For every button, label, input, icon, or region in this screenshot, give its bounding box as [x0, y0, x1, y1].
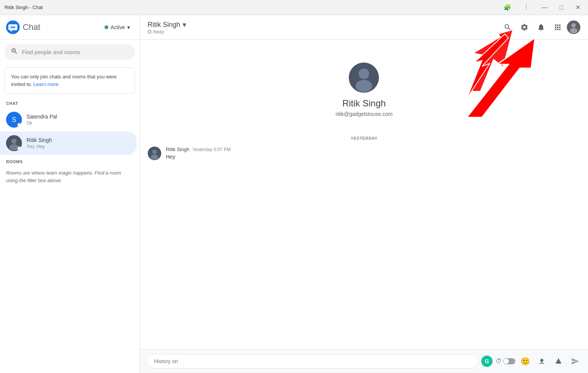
logo-area: Chat: [6, 20, 40, 34]
contact-profile-name: Ritik Singh: [342, 98, 386, 109]
extensions-button[interactable]: 🧩: [501, 2, 514, 12]
message-input[interactable]: [146, 354, 478, 368]
svg-point-2: [12, 27, 14, 28]
chat-item-satendra[interactable]: S Satendra Pal Ok: [0, 108, 137, 131]
dropdown-arrow-icon[interactable]: ▾: [182, 20, 186, 29]
svg-point-23: [359, 69, 369, 79]
chat-item-ritik[interactable]: Ritik Singh You: Hey: [0, 131, 137, 155]
chat-preview-satendra: Ok: [27, 120, 131, 126]
status-dot: [104, 25, 108, 29]
apps-button[interactable]: [550, 20, 565, 35]
avatar-satendra: S: [6, 112, 22, 128]
svg-rect-13: [555, 29, 557, 30]
status-indicator-satendra: [17, 123, 22, 127]
maximize-button[interactable]: □: [557, 2, 566, 12]
logo-text: Chat: [23, 22, 40, 32]
search-bar[interactable]: Find people and rooms: [5, 44, 135, 60]
settings-button[interactable]: [517, 20, 532, 35]
date-separator: YESTERDAY: [148, 136, 580, 140]
svg-point-26: [152, 150, 157, 154]
app-container: Chat Active ▾ Find people and rooms You …: [0, 15, 588, 373]
svg-rect-10: [555, 27, 557, 28]
chat-name-ritik: Ritik Singh: [27, 137, 131, 143]
chat-preview-ritik: You: Hey: [27, 144, 131, 149]
away-status-indicator: [148, 30, 151, 34]
search-messages-button[interactable]: [500, 20, 515, 35]
svg-rect-14: [557, 29, 558, 30]
message-content: Ritik Singh Yesterday 5:07 PM Hey: [166, 147, 580, 160]
chat-header-status: Away: [153, 29, 164, 34]
message-sender: Ritik Singh: [166, 147, 189, 152]
svg-rect-12: [559, 27, 561, 28]
message-meta: Ritik Singh Yesterday 5:07 PM: [166, 147, 580, 152]
svg-rect-15: [559, 29, 561, 30]
close-button[interactable]: ✕: [572, 2, 583, 12]
chat-header-left: Ritik Singh ▾ Away: [148, 20, 186, 34]
svg-rect-11: [557, 27, 558, 28]
avatar-ritik: [6, 135, 22, 151]
chat-logo-icon: [6, 20, 20, 34]
sidebar-header: Chat Active ▾: [0, 15, 140, 40]
user-avatar-header[interactable]: [567, 20, 580, 34]
search-people-icon: [11, 47, 18, 57]
message-text: Hey: [166, 154, 580, 160]
svg-rect-9: [559, 25, 561, 26]
minimize-button[interactable]: —: [538, 2, 551, 12]
svg-point-27: [151, 155, 158, 160]
rooms-section-label: ROOMS: [0, 155, 140, 166]
search-placeholder-text: Find people and rooms: [22, 49, 80, 55]
contact-avatar: [349, 62, 379, 93]
grammarly-button[interactable]: G: [481, 356, 493, 367]
titlebar-controls: 🧩 ⋮ — □ ✕: [501, 2, 583, 12]
chat-header-info: Ritik Singh ▾ Away: [148, 20, 186, 34]
chat-header: Ritik Singh ▾ Away: [140, 15, 588, 40]
drive-button[interactable]: [552, 354, 565, 368]
svg-rect-8: [557, 25, 558, 26]
notice-text: You can only join chats and rooms that y…: [11, 74, 117, 87]
svg-point-18: [570, 28, 577, 33]
contact-profile-email: ritik@gadgetstouse.com: [335, 111, 392, 117]
timer-icon: ⏱: [496, 358, 502, 365]
message-time: Yesterday 5:07 PM: [192, 147, 231, 152]
input-area: G ⏱ 🙂: [140, 349, 588, 373]
titlebar: Ritik Singh - Chat 🧩 ⋮ — □ ✕: [0, 0, 588, 15]
notice-box: You can only join chats and rooms that y…: [5, 67, 135, 94]
sidebar: Chat Active ▾ Find people and rooms You …: [0, 15, 140, 373]
status-button[interactable]: Active ▾: [101, 22, 134, 33]
status-indicator-ritik: [17, 146, 22, 151]
titlebar-title: Ritik Singh - Chat: [5, 5, 43, 10]
chat-info-ritik: Ritik Singh You: Hey: [27, 137, 131, 149]
rooms-empty-text: Rooms are where team magic happens. Find…: [0, 166, 140, 190]
emoji-button[interactable]: 🙂: [518, 354, 532, 368]
chat-header-right: [500, 20, 580, 35]
svg-point-24: [356, 80, 372, 92]
chat-panel: Ritik Singh ▾ Away: [140, 15, 588, 373]
svg-point-3: [14, 27, 15, 28]
notifications-button[interactable]: [533, 20, 549, 35]
chat-info-satendra: Satendra Pal Ok: [27, 114, 131, 126]
messages-area: Ritik Singh ritik@gadgetstouse.com YESTE…: [140, 40, 588, 349]
toggle-knob: [504, 359, 509, 364]
svg-point-5: [11, 139, 17, 144]
status-label: Active: [111, 24, 125, 30]
upload-button[interactable]: [535, 354, 549, 368]
status-arrow-icon: ▾: [127, 24, 130, 30]
chat-contact-name: Ritik Singh: [148, 21, 180, 29]
send-button[interactable]: [568, 354, 582, 368]
menu-button[interactable]: ⋮: [520, 2, 532, 12]
svg-rect-7: [555, 25, 557, 26]
history-toggle: ⏱: [496, 358, 515, 365]
message-row: Ritik Singh Yesterday 5:07 PM Hey: [148, 147, 580, 160]
contact-profile: Ritik Singh ritik@gadgetstouse.com: [335, 62, 392, 117]
learn-more-link[interactable]: Learn more: [33, 81, 58, 87]
chat-section-label: CHAT: [0, 97, 140, 108]
svg-point-1: [11, 27, 12, 28]
chat-name-satendra: Satendra Pal: [27, 114, 131, 120]
message-avatar-ritik: [148, 147, 161, 160]
toggle-switch[interactable]: [503, 358, 515, 364]
svg-point-17: [571, 23, 576, 28]
